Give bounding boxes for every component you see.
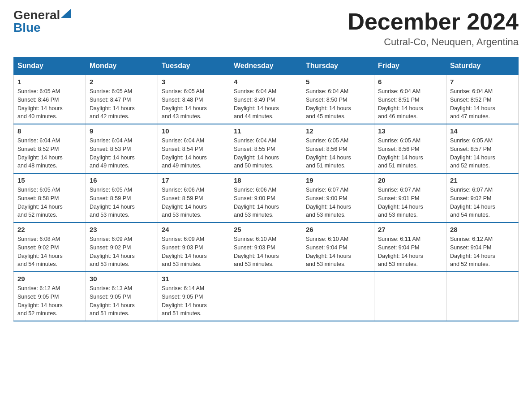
- day-number: 18: [234, 176, 298, 184]
- day-info: Sunrise: 6:05 AM Sunset: 8:56 PM Dayligh…: [306, 137, 370, 170]
- page-header: General Blue December 2024 Cutral-Co, Ne…: [13, 9, 519, 48]
- day-info: Sunrise: 6:08 AM Sunset: 9:02 PM Dayligh…: [17, 235, 82, 269]
- day-number: 9: [90, 127, 154, 135]
- day-info: Sunrise: 6:12 AM Sunset: 9:04 PM Dayligh…: [450, 235, 515, 269]
- weekday-header-tuesday: Tuesday: [158, 57, 230, 75]
- calendar-day-cell: 15 Sunrise: 6:05 AM Sunset: 8:58 PM Dayl…: [14, 173, 86, 223]
- calendar-day-cell: 6 Sunrise: 6:04 AM Sunset: 8:51 PM Dayli…: [374, 75, 446, 124]
- day-number: 27: [378, 226, 442, 233]
- day-number: 7: [450, 78, 515, 86]
- day-number: 5: [306, 78, 370, 86]
- day-number: 28: [450, 226, 515, 233]
- calendar-empty-cell: [302, 272, 374, 321]
- calendar-day-cell: 20 Sunrise: 6:07 AM Sunset: 9:01 PM Dayl…: [374, 173, 446, 223]
- calendar-day-cell: 30 Sunrise: 6:13 AM Sunset: 9:05 PM Dayl…: [86, 272, 158, 321]
- calendar-day-cell: 2 Sunrise: 6:05 AM Sunset: 8:47 PM Dayli…: [86, 75, 158, 124]
- day-number: 17: [162, 176, 226, 184]
- day-number: 21: [450, 176, 515, 184]
- day-number: 16: [90, 176, 154, 184]
- calendar-day-cell: 29 Sunrise: 6:12 AM Sunset: 9:05 PM Dayl…: [14, 272, 86, 321]
- day-number: 6: [378, 78, 442, 86]
- day-info: Sunrise: 6:07 AM Sunset: 9:02 PM Dayligh…: [450, 186, 515, 219]
- calendar-day-cell: 10 Sunrise: 6:04 AM Sunset: 8:54 PM Dayl…: [158, 124, 230, 173]
- day-number: 29: [17, 275, 82, 283]
- day-info: Sunrise: 6:05 AM Sunset: 8:57 PM Dayligh…: [450, 137, 515, 170]
- calendar-empty-cell: [374, 272, 446, 321]
- day-number: 31: [162, 275, 226, 283]
- day-number: 10: [162, 127, 226, 135]
- calendar-day-cell: 12 Sunrise: 6:05 AM Sunset: 8:56 PM Dayl…: [302, 124, 374, 173]
- weekday-header-friday: Friday: [374, 57, 446, 75]
- calendar-day-cell: 7 Sunrise: 6:04 AM Sunset: 8:52 PM Dayli…: [446, 75, 519, 124]
- day-info: Sunrise: 6:13 AM Sunset: 9:05 PM Dayligh…: [90, 284, 154, 318]
- calendar-day-cell: 8 Sunrise: 6:04 AM Sunset: 8:52 PM Dayli…: [14, 124, 86, 173]
- calendar-empty-cell: [230, 272, 302, 321]
- calendar-day-cell: 26 Sunrise: 6:10 AM Sunset: 9:04 PM Dayl…: [302, 223, 374, 272]
- day-info: Sunrise: 6:06 AM Sunset: 8:59 PM Dayligh…: [162, 186, 226, 219]
- calendar-day-cell: 18 Sunrise: 6:06 AM Sunset: 9:00 PM Dayl…: [230, 173, 302, 223]
- calendar-day-cell: 3 Sunrise: 6:05 AM Sunset: 8:48 PM Dayli…: [158, 75, 230, 124]
- location-title: Cutral-Co, Neuquen, Argentina: [348, 36, 519, 48]
- weekday-header-monday: Monday: [86, 57, 158, 75]
- weekday-header-thursday: Thursday: [302, 57, 374, 75]
- day-number: 15: [17, 176, 82, 184]
- day-info: Sunrise: 6:09 AM Sunset: 9:03 PM Dayligh…: [162, 235, 226, 269]
- day-info: Sunrise: 6:04 AM Sunset: 8:54 PM Dayligh…: [162, 137, 226, 170]
- day-info: Sunrise: 6:05 AM Sunset: 8:47 PM Dayligh…: [90, 87, 154, 121]
- day-info: Sunrise: 6:05 AM Sunset: 8:48 PM Dayligh…: [162, 87, 226, 121]
- day-info: Sunrise: 6:05 AM Sunset: 8:46 PM Dayligh…: [17, 87, 82, 121]
- calendar-day-cell: 16 Sunrise: 6:05 AM Sunset: 8:59 PM Dayl…: [86, 173, 158, 223]
- calendar-day-cell: 1 Sunrise: 6:05 AM Sunset: 8:46 PM Dayli…: [14, 75, 86, 124]
- calendar-day-cell: 17 Sunrise: 6:06 AM Sunset: 8:59 PM Dayl…: [158, 173, 230, 223]
- day-info: Sunrise: 6:07 AM Sunset: 9:00 PM Dayligh…: [306, 186, 370, 219]
- day-info: Sunrise: 6:04 AM Sunset: 8:52 PM Dayligh…: [450, 87, 515, 121]
- day-number: 23: [90, 226, 154, 233]
- calendar-day-cell: 9 Sunrise: 6:04 AM Sunset: 8:53 PM Dayli…: [86, 124, 158, 173]
- logo-triangle-icon: [61, 9, 71, 18]
- day-number: 1: [17, 78, 82, 86]
- day-info: Sunrise: 6:14 AM Sunset: 9:05 PM Dayligh…: [162, 284, 226, 318]
- day-info: Sunrise: 6:04 AM Sunset: 8:51 PM Dayligh…: [378, 87, 442, 121]
- day-number: 26: [306, 226, 370, 233]
- month-title: December 2024: [348, 9, 519, 34]
- day-info: Sunrise: 6:04 AM Sunset: 8:49 PM Dayligh…: [234, 87, 298, 121]
- calendar-day-cell: 28 Sunrise: 6:12 AM Sunset: 9:04 PM Dayl…: [446, 223, 519, 272]
- logo-blue: Blue: [13, 21, 41, 34]
- calendar-day-cell: 23 Sunrise: 6:09 AM Sunset: 9:02 PM Dayl…: [86, 223, 158, 272]
- day-number: 3: [162, 78, 226, 86]
- calendar-day-cell: 25 Sunrise: 6:10 AM Sunset: 9:03 PM Dayl…: [230, 223, 302, 272]
- weekday-header-saturday: Saturday: [446, 57, 519, 75]
- day-number: 30: [90, 275, 154, 283]
- svg-marker-0: [61, 9, 71, 18]
- day-number: 2: [90, 78, 154, 86]
- day-number: 4: [234, 78, 298, 86]
- calendar-day-cell: 13 Sunrise: 6:05 AM Sunset: 8:56 PM Dayl…: [374, 124, 446, 173]
- day-info: Sunrise: 6:04 AM Sunset: 8:52 PM Dayligh…: [17, 137, 82, 170]
- day-number: 20: [378, 176, 442, 184]
- calendar-table: SundayMondayTuesdayWednesdayThursdayFrid…: [13, 57, 519, 321]
- day-number: 14: [450, 127, 515, 135]
- day-number: 12: [306, 127, 370, 135]
- calendar-day-cell: 24 Sunrise: 6:09 AM Sunset: 9:03 PM Dayl…: [158, 223, 230, 272]
- day-number: 8: [17, 127, 82, 135]
- calendar-week-row: 1 Sunrise: 6:05 AM Sunset: 8:46 PM Dayli…: [14, 75, 519, 124]
- day-info: Sunrise: 6:05 AM Sunset: 8:58 PM Dayligh…: [17, 186, 82, 219]
- day-info: Sunrise: 6:09 AM Sunset: 9:02 PM Dayligh…: [90, 235, 154, 269]
- day-info: Sunrise: 6:04 AM Sunset: 8:55 PM Dayligh…: [234, 137, 298, 170]
- logo: General Blue: [13, 9, 71, 34]
- calendar-day-cell: 19 Sunrise: 6:07 AM Sunset: 9:00 PM Dayl…: [302, 173, 374, 223]
- day-number: 19: [306, 176, 370, 184]
- calendar-day-cell: 22 Sunrise: 6:08 AM Sunset: 9:02 PM Dayl…: [14, 223, 86, 272]
- calendar-day-cell: 21 Sunrise: 6:07 AM Sunset: 9:02 PM Dayl…: [446, 173, 519, 223]
- day-info: Sunrise: 6:12 AM Sunset: 9:05 PM Dayligh…: [17, 284, 82, 318]
- calendar-day-cell: 4 Sunrise: 6:04 AM Sunset: 8:49 PM Dayli…: [230, 75, 302, 124]
- weekday-header-sunday: Sunday: [14, 57, 86, 75]
- calendar-week-row: 15 Sunrise: 6:05 AM Sunset: 8:58 PM Dayl…: [14, 173, 519, 223]
- calendar-day-cell: 27 Sunrise: 6:11 AM Sunset: 9:04 PM Dayl…: [374, 223, 446, 272]
- day-number: 13: [378, 127, 442, 135]
- logo-general: General: [13, 9, 60, 21]
- day-number: 11: [234, 127, 298, 135]
- day-number: 22: [17, 226, 82, 233]
- day-info: Sunrise: 6:04 AM Sunset: 8:50 PM Dayligh…: [306, 87, 370, 121]
- weekday-header-row: SundayMondayTuesdayWednesdayThursdayFrid…: [14, 57, 519, 75]
